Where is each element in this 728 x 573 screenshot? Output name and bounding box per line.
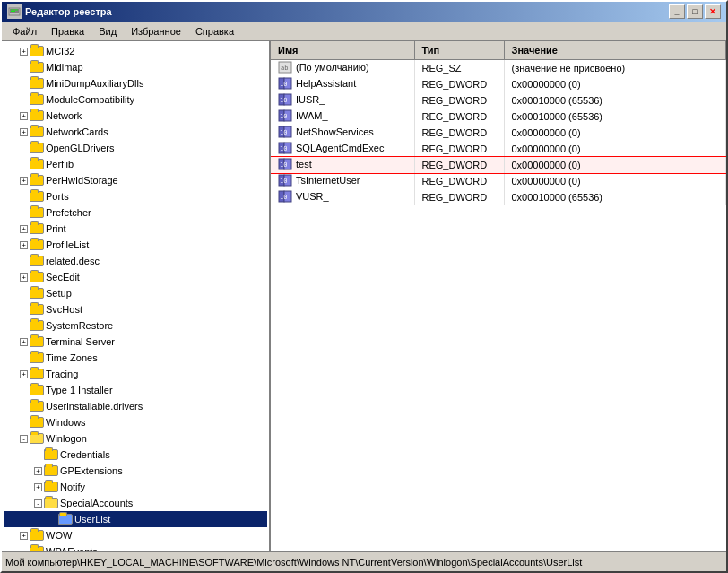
tree-label-opengl: OpenGLDrivers — [46, 143, 114, 153]
expand-mci32[interactable]: + — [20, 48, 28, 56]
folder-icon — [30, 61, 44, 74]
table-row[interactable]: 10 IWAM_ REG_DWORD 0x00010000 (65536) — [271, 109, 726, 125]
expand-terminalserver[interactable]: + — [20, 338, 28, 346]
table-row[interactable]: 10 NetShowServices REG_DWORD 0x00000000 … — [271, 125, 726, 141]
title-bar-left: Редактор реестра — [7, 4, 112, 19]
folder-icon — [58, 513, 73, 525]
expand-profilelist[interactable]: + — [20, 241, 28, 249]
expand-winlogon[interactable]: - — [20, 435, 28, 443]
cell-value: 0x00000000 (0) — [504, 76, 726, 92]
tree-node-related[interactable]: related.desc — [4, 253, 267, 269]
reg-icon: 10 HelpAssistant — [278, 77, 356, 90]
menu-view[interactable]: Вид — [91, 24, 124, 39]
table-row[interactable]: 10 test REG_DWORD 0x00000000 (0) — [271, 157, 726, 173]
expand-placeholder11 — [20, 322, 28, 330]
menu-favorites[interactable]: Избранное — [124, 24, 188, 39]
tree-node-network[interactable]: + Network — [4, 108, 267, 124]
tree-node-winlogon[interactable]: - Winlogon — [4, 430, 267, 447]
tree-node-gpextensions[interactable]: + GPExtensions — [4, 463, 267, 479]
tree-label-windows: Windows — [46, 417, 86, 428]
folder-icon — [30, 303, 44, 316]
expand-placeholder15 — [20, 419, 28, 427]
tree-node-minidump[interactable]: MiniDumpAuxiliaryDlls — [4, 75, 267, 91]
tree-panel[interactable]: + MCI32 Midimap — [2, 41, 271, 551]
cell-value: 0x00010000 (65536) — [504, 92, 726, 109]
tree-node-wow[interactable]: + WOW — [4, 527, 267, 543]
tree-node-mci32[interactable]: + MCI32 — [4, 43, 267, 59]
tree-node-networkcards[interactable]: + NetworkCards — [4, 124, 267, 140]
folder-open-icon — [44, 497, 58, 509]
tree-node-setup[interactable]: Setup — [4, 285, 267, 301]
tree-node-type1installer[interactable]: Type 1 Installer — [4, 382, 267, 398]
expand-specialaccounts[interactable]: - — [34, 499, 42, 508]
expand-perhwid[interactable]: + — [20, 177, 28, 185]
table-row[interactable]: 10 HelpAssistant REG_DWORD 0x00000000 (0… — [271, 76, 726, 92]
tree-node-credentials[interactable]: Credentials — [4, 447, 267, 463]
tree-node-ports[interactable]: Ports — [4, 188, 267, 204]
cell-type: REG_DWORD — [414, 125, 504, 141]
tree-node-profilelist[interactable]: + ProfileList — [4, 237, 267, 253]
tree-node-timezones[interactable]: Time Zones — [4, 350, 267, 366]
tree-node-opengl[interactable]: OpenGLDrivers — [4, 140, 267, 156]
tree-node-print[interactable]: + Print — [4, 221, 267, 237]
tree-node-perflib[interactable]: Perflib — [4, 156, 267, 172]
tree-node-userinstallable[interactable]: Userinstallable.drivers — [4, 398, 267, 414]
minimize-button[interactable]: _ — [669, 4, 685, 19]
folder-icon — [30, 319, 44, 332]
expand-wow[interactable]: + — [20, 532, 28, 540]
cell-type: REG_DWORD — [414, 157, 504, 173]
col-header-type[interactable]: Тип — [414, 41, 504, 59]
expand-gpextensions[interactable]: + — [34, 467, 42, 475]
tree-node-notify[interactable]: + Notify — [4, 479, 267, 495]
menu-edit[interactable]: Правка — [44, 24, 91, 39]
table-row[interactable]: ab (По умолчанию) REG_SZ (значение не пр… — [271, 59, 726, 76]
tree-node-secedit[interactable]: + SecEdit — [4, 269, 267, 285]
expand-placeholder2 — [20, 80, 28, 88]
col-header-name[interactable]: Имя — [271, 41, 414, 59]
cell-name: 10 TsInternetUser — [271, 173, 414, 189]
tree-node-userlist[interactable]: UserList — [4, 511, 267, 527]
expand-placeholder16 — [34, 451, 42, 459]
table-row[interactable]: 10 VUSR_ REG_DWORD 0x00010000 (65536) — [271, 189, 726, 205]
expand-network[interactable]: + — [20, 112, 28, 120]
reg-icon: 10 IUSR_ — [278, 93, 325, 106]
table-row[interactable]: 10 SQLAgentCmdExec REG_DWORD 0x00000000 … — [271, 141, 726, 157]
tree-node-svchost[interactable]: SvcHost — [4, 301, 267, 317]
close-button[interactable]: ✕ — [705, 4, 721, 19]
status-text: Мой компьютер\HKEY_LOCAL_MACHINE\SOFTWAR… — [5, 557, 582, 568]
tree-label-notify: Notify — [60, 482, 85, 492]
expand-networkcards[interactable]: + — [20, 128, 28, 136]
expand-secedit[interactable]: + — [20, 273, 28, 282]
tree-label-userinstallable: Userinstallable.drivers — [46, 401, 143, 412]
folder-icon — [30, 190, 44, 203]
reg-icon: 10 SQLAgentCmdExec — [278, 142, 384, 154]
tree-node-midimap[interactable]: Midimap — [4, 59, 267, 75]
tree-node-modulecompat[interactable]: ModuleCompatibility — [4, 91, 267, 108]
tree-label-perhwid: PerHwIdStorage — [46, 175, 118, 186]
menu-file[interactable]: Файл — [5, 24, 44, 39]
tree-node-specialaccounts[interactable]: - SpecialAccounts — [4, 495, 267, 511]
restore-button[interactable]: □ — [687, 4, 703, 19]
tree-label-prefetcher: Prefetcher — [46, 207, 91, 218]
cell-name: 10 HelpAssistant — [271, 76, 414, 92]
expand-notify[interactable]: + — [34, 483, 42, 491]
table-row[interactable]: 10 IUSR_ REG_DWORD 0x00010000 (65536) — [271, 92, 726, 109]
tree-label-gpextensions: GPExtensions — [60, 465, 123, 476]
menu-help[interactable]: Справка — [188, 24, 241, 39]
tree-node-wpaevents[interactable]: WPAEvents — [4, 543, 267, 551]
expand-tracing[interactable]: + — [20, 370, 28, 378]
tree-node-prefetcher[interactable]: Prefetcher — [4, 204, 267, 221]
expand-placeholder12 — [20, 354, 28, 362]
col-header-value[interactable]: Значение — [504, 41, 726, 59]
table-row[interactable]: 10 TsInternetUser REG_DWORD 0x00000000 (… — [271, 173, 726, 189]
tree-node-systemrestore[interactable]: SystemRestore — [4, 317, 267, 334]
expand-placeholder3 — [20, 96, 28, 104]
values-panel[interactable]: Имя Тип Значение ab (По умолчанию) REG_S… — [271, 41, 726, 551]
reg-icon: ab (По умолчанию) — [278, 61, 369, 74]
svg-text:10: 10 — [280, 113, 287, 120]
tree-node-tracing[interactable]: + Tracing — [4, 366, 267, 382]
tree-node-perhwid[interactable]: + PerHwIdStorage — [4, 172, 267, 188]
tree-node-windows[interactable]: Windows — [4, 414, 267, 430]
expand-print[interactable]: + — [20, 225, 28, 233]
tree-node-terminalserver[interactable]: + Terminal Server — [4, 334, 267, 350]
